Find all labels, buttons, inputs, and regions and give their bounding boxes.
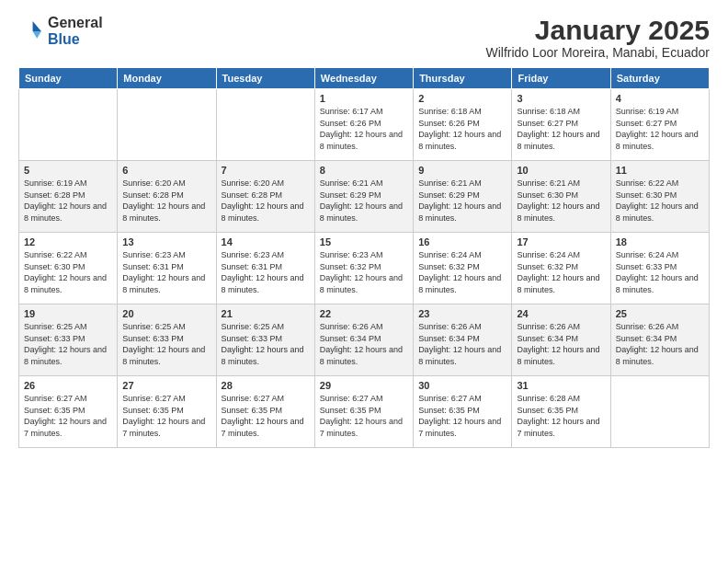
day-info: Sunrise: 6:27 AMSunset: 6:35 PMDaylight:… [222,393,310,439]
day-info: Sunrise: 6:22 AMSunset: 6:30 PMDaylight:… [24,249,112,295]
table-row: 26Sunrise: 6:27 AMSunset: 6:35 PMDayligh… [19,376,118,448]
day-info-line: Sunset: 6:29 PM [418,190,480,200]
day-info-line: Sunset: 6:33 PM [222,334,283,343]
day-info-line: Daylight: 12 hours and 7 minutes. [122,417,205,438]
day-info-line: Sunset: 6:27 PM [517,119,578,128]
day-info-line: Daylight: 12 hours and 8 minutes. [320,345,403,366]
day-info: Sunrise: 6:23 AMSunset: 6:31 PMDaylight:… [222,249,310,295]
table-row: 2Sunrise: 6:18 AMSunset: 6:26 PMDaylight… [414,89,512,161]
svg-marker-1 [33,31,41,39]
day-info-line: Sunset: 6:32 PM [320,262,381,271]
table-row: 18Sunrise: 6:24 AMSunset: 6:33 PMDayligh… [610,233,709,304]
day-info-line: Sunset: 6:34 PM [320,334,381,343]
table-row: 22Sunrise: 6:26 AMSunset: 6:34 PMDayligh… [314,304,413,376]
day-info-line: Daylight: 12 hours and 7 minutes. [418,417,501,438]
day-info-line: Sunset: 6:34 PM [517,334,578,343]
day-number: 21 [222,308,310,319]
day-info-line: Daylight: 12 hours and 8 minutes. [418,273,501,294]
day-info: Sunrise: 6:21 AMSunset: 6:30 PMDaylight:… [517,178,605,224]
day-info-line: Sunset: 6:33 PM [24,334,85,343]
table-row: 31Sunrise: 6:28 AMSunset: 6:35 PMDayligh… [512,376,610,448]
day-info: Sunrise: 6:24 AMSunset: 6:33 PMDaylight:… [616,249,704,295]
day-info-line: Sunset: 6:30 PM [24,262,85,271]
table-row: 25Sunrise: 6:26 AMSunset: 6:34 PMDayligh… [610,304,709,376]
header-wednesday: Wednesday [314,68,413,89]
day-info: Sunrise: 6:26 AMSunset: 6:34 PMDaylight:… [616,321,704,367]
header: General Blue January 2025 Wilfrido Loor … [18,15,710,60]
day-info-line: Sunrise: 6:20 AM [222,178,285,188]
day-number: 30 [418,380,506,391]
table-row: 1Sunrise: 6:17 AMSunset: 6:26 PMDaylight… [314,89,413,161]
day-info-line: Daylight: 12 hours and 8 minutes. [222,345,304,366]
day-info-line: Sunrise: 6:21 AM [517,178,580,188]
day-info-line: Sunrise: 6:25 AM [24,322,87,331]
day-number: 2 [418,93,506,104]
day-info-line: Sunset: 6:35 PM [24,406,85,415]
day-info-line: Daylight: 12 hours and 8 minutes. [122,201,205,223]
table-row: 8Sunrise: 6:21 AMSunset: 6:29 PMDaylight… [314,161,413,233]
day-info: Sunrise: 6:20 AMSunset: 6:28 PMDaylight:… [222,178,310,224]
day-info: Sunrise: 6:24 AMSunset: 6:32 PMDaylight:… [517,249,605,295]
day-number: 14 [222,236,310,247]
table-row: 27Sunrise: 6:27 AMSunset: 6:35 PMDayligh… [118,376,216,448]
day-info-line: Sunset: 6:33 PM [122,334,184,343]
day-number: 15 [320,236,408,247]
day-info-line: Daylight: 12 hours and 8 minutes. [320,130,403,151]
day-info: Sunrise: 6:25 AMSunset: 6:33 PMDaylight:… [222,321,310,367]
day-info-line: Sunset: 6:35 PM [122,406,184,415]
day-info-line: Daylight: 12 hours and 8 minutes. [222,273,304,294]
day-info: Sunrise: 6:27 AMSunset: 6:35 PMDaylight:… [24,393,112,439]
day-number: 10 [517,165,605,176]
day-info-line: Daylight: 12 hours and 8 minutes. [24,345,107,366]
day-info: Sunrise: 6:26 AMSunset: 6:34 PMDaylight:… [418,321,506,367]
day-info-line: Daylight: 12 hours and 8 minutes. [517,273,599,294]
day-info-line: Sunset: 6:32 PM [418,262,480,271]
day-info: Sunrise: 6:24 AMSunset: 6:32 PMDaylight:… [418,249,506,295]
day-number: 12 [24,236,112,247]
day-number: 16 [418,236,506,247]
day-info-line: Sunrise: 6:26 AM [517,322,580,331]
day-info-line: Sunrise: 6:21 AM [320,178,383,188]
table-row: 20Sunrise: 6:25 AMSunset: 6:33 PMDayligh… [118,304,216,376]
day-info-line: Sunrise: 6:27 AM [222,394,285,403]
day-info-line: Sunrise: 6:18 AM [418,107,482,116]
day-info-line: Daylight: 12 hours and 8 minutes. [517,130,599,151]
day-number: 26 [24,380,112,391]
day-number: 11 [616,165,704,176]
day-number: 5 [24,165,112,176]
day-info-line: Sunset: 6:28 PM [122,190,184,200]
table-row: 17Sunrise: 6:24 AMSunset: 6:32 PMDayligh… [512,233,610,304]
day-info: Sunrise: 6:27 AMSunset: 6:35 PMDaylight:… [320,393,408,439]
day-info-line: Sunset: 6:35 PM [222,406,283,415]
logo-icon [18,18,44,44]
day-info-line: Sunrise: 6:19 AM [24,178,87,188]
day-info-line: Sunset: 6:28 PM [24,190,85,200]
day-info: Sunrise: 6:27 AMSunset: 6:35 PMDaylight:… [122,393,210,439]
calendar-week-row: 26Sunrise: 6:27 AMSunset: 6:35 PMDayligh… [19,376,710,448]
header-friday: Friday [512,68,610,89]
table-row [118,89,216,161]
month-title: January 2025 [485,15,710,45]
table-row: 19Sunrise: 6:25 AMSunset: 6:33 PMDayligh… [19,304,118,376]
day-info: Sunrise: 6:28 AMSunset: 6:35 PMDaylight:… [517,393,605,439]
day-info: Sunrise: 6:22 AMSunset: 6:30 PMDaylight:… [616,178,704,224]
day-number: 19 [24,308,112,319]
day-info: Sunrise: 6:19 AMSunset: 6:28 PMDaylight:… [24,178,112,224]
day-info-line: Daylight: 12 hours and 8 minutes. [122,345,205,366]
day-info-line: Daylight: 12 hours and 8 minutes. [222,201,304,223]
days-header-row: Sunday Monday Tuesday Wednesday Thursday… [19,68,710,89]
day-number: 24 [517,308,605,319]
day-info-line: Sunrise: 6:26 AM [320,322,383,331]
header-tuesday: Tuesday [216,68,314,89]
day-info-line: Daylight: 12 hours and 8 minutes. [616,130,699,151]
day-info-line: Sunset: 6:34 PM [616,334,677,343]
day-info: Sunrise: 6:19 AMSunset: 6:27 PMDaylight:… [616,106,704,152]
day-info-line: Sunrise: 6:27 AM [24,394,87,403]
header-monday: Monday [118,68,216,89]
day-number: 18 [616,236,704,247]
day-info: Sunrise: 6:18 AMSunset: 6:27 PMDaylight:… [517,106,605,152]
calendar-week-row: 19Sunrise: 6:25 AMSunset: 6:33 PMDayligh… [19,304,710,376]
calendar-week-row: 5Sunrise: 6:19 AMSunset: 6:28 PMDaylight… [19,161,710,233]
day-info: Sunrise: 6:20 AMSunset: 6:28 PMDaylight:… [122,178,210,224]
day-number: 22 [320,308,408,319]
